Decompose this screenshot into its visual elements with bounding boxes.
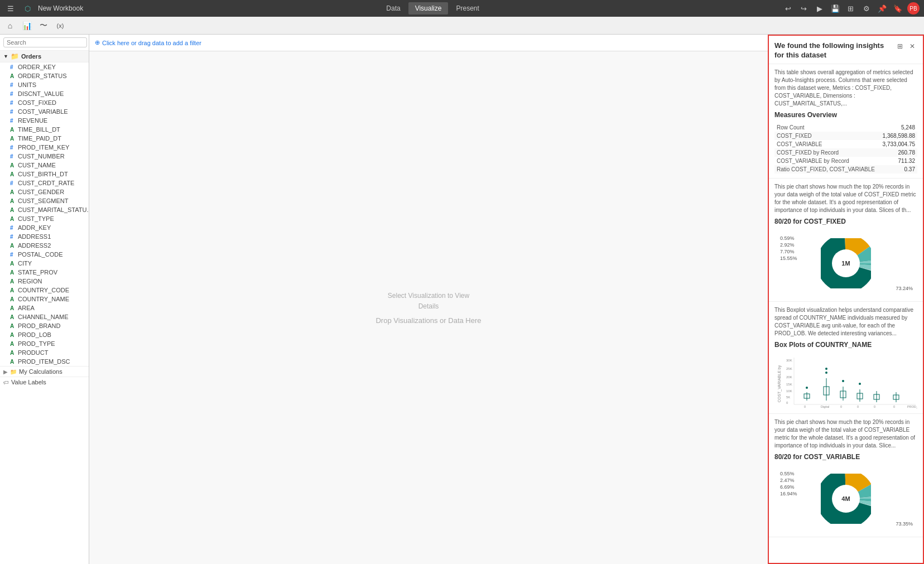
measures-row: Ratio COST_FIXED, COST_VARIABLE0.37 [774, 165, 917, 173]
tree-item-prod-item-key[interactable]: #PROD_ITEM_KEY [0, 143, 89, 152]
svg-text:25K: 25K [786, 367, 792, 370]
type-icon: A [10, 171, 16, 177]
tree-item-cust-crdt-rate[interactable]: #CUST_CRDT_RATE [0, 179, 89, 187]
play-icon[interactable]: ▶ [814, 2, 826, 15]
tree-item-order-key[interactable]: #ORDER_KEY [0, 62, 89, 71]
line-icon[interactable]: 〜 [37, 19, 50, 32]
item-label: TIME_PAID_DT [18, 135, 61, 142]
tree-item-state-prov[interactable]: ASTATE_PROV [0, 268, 89, 277]
home-icon[interactable]: ⌂ [3, 19, 17, 32]
tab-data[interactable]: Data [379, 2, 407, 15]
tree-item-prod-type[interactable]: APROD_TYPE [0, 339, 89, 348]
item-label: AREA [18, 305, 35, 311]
tree-item-cust-birth-dt[interactable]: ACUST_BIRTH_DT [0, 170, 89, 179]
undo-icon[interactable]: ↩ [782, 2, 795, 15]
pie-cost-variable-section: This pie chart shows how much the top 20… [769, 414, 923, 537]
tab-visualize[interactable]: Visualize [408, 2, 449, 15]
type-icon: A [10, 198, 16, 204]
item-label: CUST_MARITAL_STATU... [18, 206, 89, 213]
tree-item-prod-item-dsc[interactable]: APROD_ITEM_DSC [0, 357, 89, 366]
svg-text:0: 0 [874, 405, 875, 408]
tree-item-country-code[interactable]: ACOUNTRY_CODE [0, 286, 89, 295]
settings-icon[interactable]: ⚙ [860, 2, 873, 15]
tree-item-cust-marital-statu---[interactable]: ACUST_MARITAL_STATU... [0, 205, 89, 214]
type-icon: A [10, 243, 16, 249]
tree-item-country-name[interactable]: ACOUNTRY_NAME [0, 295, 89, 303]
bar-chart-icon[interactable]: 📊 [20, 19, 33, 32]
type-icon: A [10, 216, 16, 222]
orders-group-header[interactable]: ▼ 📁 Orders [0, 51, 89, 62]
tree-item-units[interactable]: #UNITS [0, 80, 89, 89]
measure-label: COST_VARIABLE by Record [774, 157, 879, 165]
search-input[interactable] [3, 37, 87, 47]
value-labels-item[interactable]: 🏷 Value Labels [0, 377, 89, 387]
item-label: STATE_PROV [18, 269, 57, 276]
item-label: COST_FIXED [18, 99, 56, 106]
type-icon: A [10, 350, 16, 356]
type-icon: A [10, 314, 16, 320]
type-icon: A [10, 305, 16, 311]
tab-present[interactable]: Present [449, 2, 485, 15]
tree-item-prod-lob[interactable]: APROD_LOB [0, 330, 89, 339]
tree-item-discnt-value[interactable]: #DISCNT_VALUE [0, 89, 89, 98]
svg-text:0: 0 [840, 405, 842, 408]
type-icon: A [10, 278, 16, 285]
tree-item-order-status[interactable]: AORDER_STATUS [0, 71, 89, 80]
measure-value: 3,733,004.75 [879, 140, 917, 148]
tree-item-addr-key[interactable]: #ADDR_KEY [0, 223, 89, 232]
tree-item-cust-number[interactable]: #CUST_NUMBER [0, 152, 89, 161]
filter-bar[interactable]: ⊕ Click here or drag data to add a filte… [89, 35, 768, 51]
measures-row: COST_FIXED by Record260.78 [774, 148, 917, 157]
type-icon: A [10, 261, 16, 267]
tree-item-prod-brand[interactable]: APROD_BRAND [0, 321, 89, 330]
type-icon: # [10, 100, 16, 106]
canvas-area: Select Visualization to ViewDetails Drop… [89, 51, 768, 564]
tree-item-address2[interactable]: AADDRESS2 [0, 241, 89, 250]
tree-item-cost-variable[interactable]: #COST_VARIABLE [0, 107, 89, 116]
tree-item-postal-code[interactable]: #POSTAL_CODE [0, 250, 89, 259]
left-panel: + ▼ 📁 Orders #ORDER_KEYAORDER_STATUS#UNI… [0, 35, 89, 564]
tree-item-city[interactable]: ACITY [0, 259, 89, 268]
svg-text:0: 0 [857, 405, 859, 408]
item-label: POSTAL_CODE [18, 251, 63, 258]
measures-row: COST_VARIABLE by Record711.32 [774, 157, 917, 165]
layout-icon[interactable]: ⊞ [845, 2, 857, 15]
menu-icon[interactable]: ☰ [4, 2, 17, 15]
tree-item-revenue[interactable]: #REVENUE [0, 116, 89, 125]
close-icon[interactable]: ✕ [907, 41, 917, 51]
svg-text:0: 0 [804, 405, 806, 408]
tree-item-time-paid-dt[interactable]: ATIME_PAID_DT [0, 134, 89, 143]
my-calculations-item[interactable]: ▶ 📁 My Calculations [0, 366, 89, 377]
tree-item-product[interactable]: APRODUCT [0, 348, 89, 357]
tree-item-cust-gender[interactable]: ACUST_GENDER [0, 187, 89, 196]
tree-item-cust-type[interactable]: ACUST_TYPE [0, 214, 89, 223]
type-icon: A [10, 207, 16, 213]
tree-item-address1[interactable]: #ADDRESS1 [0, 232, 89, 241]
tree-item-area[interactable]: AAREA [0, 303, 89, 312]
tree-item-channel-name[interactable]: ACHANNEL_NAME [0, 312, 89, 321]
save-icon[interactable]: 💾 [829, 2, 841, 15]
redo-icon[interactable]: ↪ [798, 2, 810, 15]
tree-item-cost-fixed[interactable]: #COST_FIXED [0, 98, 89, 107]
measure-value: 0.37 [879, 165, 917, 173]
tree-item-time-bill-dt[interactable]: ATIME_BILL_DT [0, 125, 89, 134]
pie-cost-fixed-desc: This pie chart shows how much the top 20… [774, 183, 917, 214]
tree-item-region[interactable]: AREGION [0, 277, 89, 286]
fx-icon[interactable]: (x) [54, 19, 67, 32]
svg-text:PROD_LOB: PROD_LOB [907, 405, 917, 408]
grid-icon[interactable]: ⊞ [895, 41, 905, 51]
measure-label: Row Count [774, 123, 879, 132]
item-label: CUST_TYPE [18, 215, 54, 222]
folder-sm-icon: ▶ [3, 369, 8, 375]
bookmark-icon[interactable]: 🔖 [892, 2, 904, 15]
user-avatar[interactable]: PB [907, 2, 920, 15]
center-panel: ⊕ Click here or drag data to add a filte… [89, 35, 768, 564]
tree-item-cust-name[interactable]: ACUST_NAME [0, 161, 89, 170]
topbar-actions: ↩ ↪ ▶ 💾 ⊞ ⚙ 📌 🔖 PB [782, 2, 920, 15]
item-label: ORDER_KEY [18, 64, 56, 70]
pie-cost-variable-svg: 4M [821, 474, 871, 524]
pie-cost-fixed-chart: 0.59% 2.92% 7.70% 15.55% 1M 73. [774, 230, 917, 297]
tree-item-cust-segment[interactable]: ACUST_SEGMENT [0, 196, 89, 205]
pin-icon[interactable]: 📌 [876, 2, 888, 15]
type-icon: A [10, 162, 16, 168]
